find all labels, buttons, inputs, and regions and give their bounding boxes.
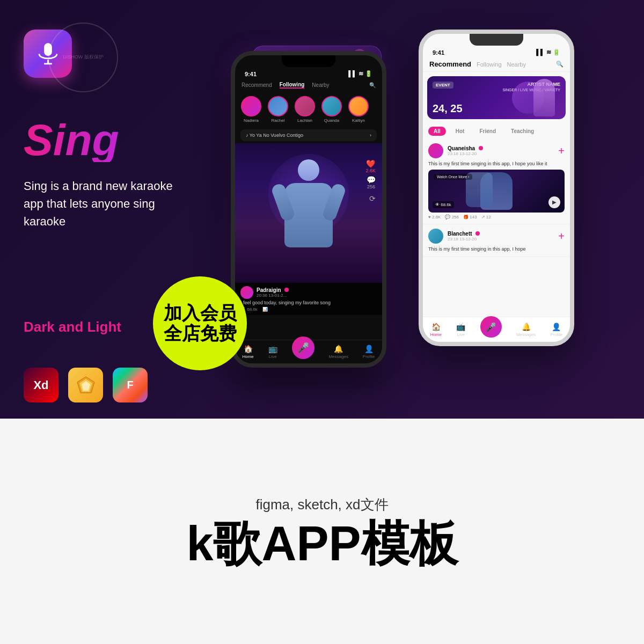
bottom-section: figma, sketch, xd文件 k歌APP模板 xyxy=(0,419,644,644)
post-avatar-1 xyxy=(428,143,443,158)
light-status-bar: 9:41 ▌▌ ≋ 🔋 xyxy=(423,46,570,57)
avatar-item: Rachel xyxy=(267,96,289,123)
dark-bottom-nav: 🏠 Home 📺 Live 🎤 🔔 Messages 👤 Profile xyxy=(235,340,382,363)
theme-label: Dark and Light xyxy=(24,319,121,335)
nav-profile-dark[interactable]: 👤 Profile xyxy=(363,345,375,359)
nav-home-dark[interactable]: 🏠 Home xyxy=(242,345,253,359)
play-button-1[interactable]: ▶ xyxy=(548,196,560,208)
watermark: UISHOW 版权保护 xyxy=(48,23,118,92)
phone-notch-dark xyxy=(282,55,335,67)
avatar-item: Nadiera xyxy=(240,96,262,123)
nav-mic-dark[interactable]: 🎤 xyxy=(292,336,314,359)
post-avatar-2 xyxy=(428,229,443,244)
avatar-item: Lachlan xyxy=(294,96,316,123)
add-button-1[interactable]: + xyxy=(558,145,565,156)
post-stats-1: ♥ 2.6K 💬 256 🎁 143 ↗ 12 xyxy=(428,215,565,219)
comment-count: 💬 256 xyxy=(367,175,376,189)
post-media-1: 👁 68.6k ▶ Watch Once More › xyxy=(428,170,565,213)
avatar-item: Kaitlyn xyxy=(348,96,369,123)
avatar-circle xyxy=(268,96,288,116)
avatar-item: Quanda xyxy=(321,96,342,123)
light-filter-tabs: All Hot Friend Teaching xyxy=(423,123,570,139)
dark-user-info: Padraigin 20:36 13-01-2... I feel good t… xyxy=(235,283,382,315)
nav-mic-light[interactable]: 🎤 xyxy=(480,316,502,338)
light-nav-tabs: Recommend Following Nearby 🔍 xyxy=(423,57,570,72)
dark-status-bar: 9:41 ▌▌ ≋ 🔋 xyxy=(235,67,382,78)
singer-image: ❤️ 2.6K 💬 256 ⟳ xyxy=(235,143,382,283)
light-post-1: Quaneisha 23:18 13-12-20 + This is my fi… xyxy=(423,139,570,224)
dark-phone-screen: 9:41 ▌▌ ≋ 🔋 Recommend Following Nearby 🔍… xyxy=(235,55,382,363)
yellow-badge: 加入会员 全店免费 xyxy=(153,276,247,370)
bottom-subtitle: figma, sketch, xd文件 xyxy=(255,495,388,514)
top-section: UISHOW 版权保护 Sing Sing is a brand new kar… xyxy=(0,0,644,419)
tools-row: Xd F xyxy=(24,368,148,402)
app-description: Sing is a brand new karaoke app that let… xyxy=(24,177,195,230)
nav-messages-light[interactable]: 🔔 Messages xyxy=(516,323,536,337)
avatar-circle xyxy=(348,96,369,116)
dark-nav-tabs: Recommend Following Nearby 🔍 xyxy=(235,78,382,92)
avatar-circle xyxy=(295,96,315,116)
phone-notch-light xyxy=(470,34,523,46)
add-button-2[interactable]: + xyxy=(558,231,565,241)
nav-live-dark[interactable]: 📺 Live xyxy=(268,345,277,359)
light-banner: EVENT ARTIST NAMESINGER / LIVE MUSIC / V… xyxy=(427,76,566,119)
nav-profile-light[interactable]: 👤 Profile xyxy=(551,323,563,337)
dark-avatars-row: Nadiera Rachel Lachlan Quanda Kaitlyn xyxy=(235,92,382,127)
like-badge: ❤️ 2.6K xyxy=(365,159,376,173)
phone-light: 9:41 ▌▌ ≋ 🔋 Recommend Following Nearby 🔍… xyxy=(419,30,574,346)
views-badge-1: 👁 68.6k xyxy=(433,201,454,208)
bottom-title: k歌APP模板 xyxy=(186,519,457,568)
figma-icon: F xyxy=(113,368,148,402)
app-title: Sing xyxy=(24,118,119,162)
xd-icon: Xd xyxy=(24,368,58,402)
nav-live-light[interactable]: 📺 Live xyxy=(456,323,465,337)
dark-song-bar: ♪ Yo Ya No Vuelvo Contigo › xyxy=(240,129,377,141)
light-bottom-nav: 🏠 Home 📺 Live 🎤 🔔 Messages 👤 xyxy=(423,317,570,342)
avatar-circle xyxy=(321,96,342,116)
avatar-circle xyxy=(241,96,261,116)
light-post-2: Blanchett 23:18 13-12-20 + This is my fi… xyxy=(423,224,570,258)
light-phone-screen: 9:41 ▌▌ ≋ 🔋 Recommend Following Nearby 🔍… xyxy=(423,34,570,342)
nav-home-light[interactable]: 🏠 Home xyxy=(430,323,442,337)
badge-text-line2: 全店免费 xyxy=(164,324,237,343)
badge-text-line1: 加入会员 xyxy=(164,303,237,323)
phone-dark: 9:41 ▌▌ ≋ 🔋 Recommend Following Nearby 🔍… xyxy=(231,51,386,368)
nav-messages-dark[interactable]: 🔔 Messages xyxy=(328,345,348,359)
sketch-icon xyxy=(68,368,103,402)
